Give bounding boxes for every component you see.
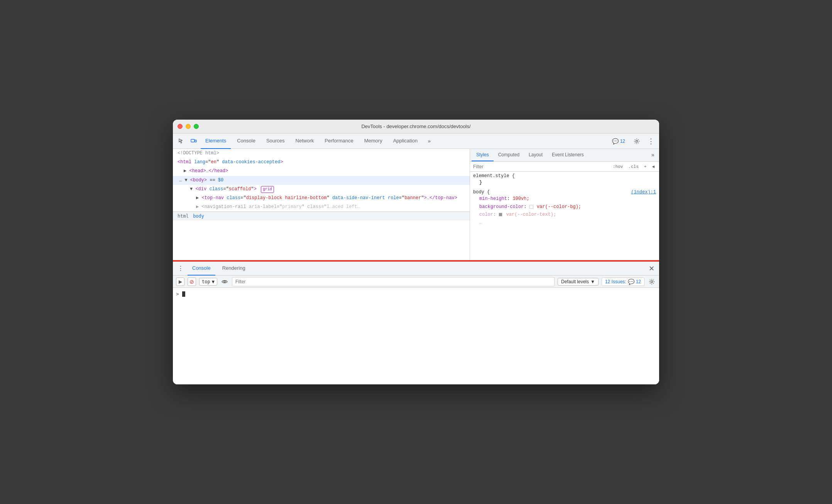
issues-count: 12 (620, 139, 625, 144)
svg-rect-1 (195, 140, 196, 142)
svg-rect-0 (191, 139, 194, 142)
styles-content: element.style { } body { (index):1 min-h… (470, 172, 659, 260)
html-head[interactable]: ▶ <head>…</head> (173, 167, 470, 176)
console-filter-input[interactable] (232, 277, 555, 286)
console-content: > (173, 288, 659, 384)
breadcrumb-body[interactable]: body (193, 213, 204, 219)
tab-elements[interactable]: Elements (201, 134, 231, 149)
settings-icon[interactable] (631, 136, 642, 147)
style-source-index[interactable]: (index):1 (631, 189, 656, 195)
minimize-button[interactable] (186, 124, 191, 129)
html-root[interactable]: <html lang="en" data-cookies-accepted> (173, 158, 470, 167)
default-levels-arrow-icon: ▼ (590, 279, 595, 284)
breadcrumb-bar: html body (173, 211, 470, 220)
console-toolbar: ⋮ Console Rendering ✕ (173, 262, 659, 276)
devtools-toolbar: Elements Console Sources Network Perform… (173, 134, 659, 149)
issues-icon: 💬 (612, 138, 619, 144)
tab-computed[interactable]: Computed (494, 149, 524, 161)
style-rule-element: element.style { } (473, 173, 656, 186)
tab-sources[interactable]: Sources (262, 134, 289, 149)
element-style-close: } (473, 179, 656, 186)
styles-more-tabs[interactable]: » (648, 151, 658, 160)
tab-styles[interactable]: Styles (472, 149, 494, 161)
tab-event-listeners[interactable]: Event Listeners (547, 149, 588, 161)
select-element-icon[interactable] (176, 136, 187, 147)
tab-console-active[interactable]: Console (188, 262, 215, 276)
tab-performance[interactable]: Performance (320, 134, 358, 149)
styles-filter-input[interactable] (473, 164, 608, 169)
prompt-arrow-icon: > (176, 291, 179, 297)
body-selector-line: body { (index):1 (473, 189, 656, 195)
console-close-icon[interactable]: ✕ (647, 264, 656, 273)
toolbar-right: 💬 12 ⋮ (609, 136, 656, 147)
hov-filter-btn[interactable]: :hov (611, 164, 624, 170)
styles-panel: Styles Computed Layout Event Listeners »… (470, 149, 659, 260)
style-min-height: min-height: 100vh; (473, 195, 656, 203)
elements-panel: <!DOCTYPE html> <html lang="en" data-coo… (173, 149, 470, 260)
tab-memory[interactable]: Memory (360, 134, 387, 149)
svg-point-4 (651, 281, 653, 282)
traffic-lights (178, 124, 199, 129)
element-style-selector: element.style { (473, 173, 656, 179)
style-color: color: var(--color-text); (473, 211, 656, 218)
window-title: DevTools - developer.chrome.com/docs/dev… (361, 123, 470, 129)
breadcrumb-html[interactable]: html (178, 213, 189, 219)
filter-actions: :hov .cls + ◀ (611, 163, 656, 170)
tab-rendering[interactable]: Rendering (218, 262, 250, 276)
devtools-main: <!DOCTYPE html> <html lang="en" data-coo… (173, 149, 659, 261)
issues-btn-count: 12 (636, 279, 641, 284)
cls-filter-btn[interactable]: .cls (627, 164, 640, 170)
svg-point-2 (636, 140, 638, 142)
tab-application[interactable]: Application (389, 134, 423, 149)
html-topnav[interactable]: ▶ <top-nav class="display-block hairline… (173, 194, 470, 203)
style-rule-body: body { (index):1 min-height: 100vh; back… (473, 189, 656, 227)
tab-network[interactable]: Network (291, 134, 319, 149)
html-navrail[interactable]: ▶ <navigation-rail aria-label="primary" … (173, 203, 470, 211)
console-panel: ⋮ Console Rendering ✕ ▶ ⊘ top ▼ Default … (173, 261, 659, 384)
toggle-sidebar-icon[interactable]: ◀ (650, 163, 656, 170)
issues-count-button[interactable]: 12 Issues: 💬 12 (602, 277, 644, 286)
default-levels-label: Default levels (561, 279, 589, 284)
svg-point-3 (224, 281, 225, 282)
style-bg-color: background-color: var(--color-bg); (473, 203, 656, 211)
top-label: top (202, 279, 210, 284)
styles-filter-bar: :hov .cls + ◀ (470, 162, 659, 172)
styles-tabs: Styles Computed Layout Event Listeners » (470, 149, 659, 162)
execute-icon[interactable]: ▶ (176, 277, 184, 286)
html-body[interactable]: … ▼ <body> == $0 (173, 176, 470, 185)
console-menu-icon[interactable]: ⋮ (176, 264, 185, 273)
eye-icon[interactable] (220, 277, 229, 286)
style-rule-body-close: … (473, 219, 656, 227)
bg-color-swatch[interactable] (529, 205, 533, 209)
prompt-cursor[interactable] (182, 291, 185, 297)
title-bar: DevTools - developer.chrome.com/docs/dev… (173, 120, 659, 134)
tab-layout[interactable]: Layout (524, 149, 547, 161)
dropdown-arrow-icon: ▼ (212, 279, 215, 284)
console-settings-icon[interactable] (648, 277, 656, 286)
tab-console[interactable]: Console (232, 134, 260, 149)
device-toolbar-icon[interactable] (188, 136, 199, 147)
devtools-window: DevTools - developer.chrome.com/docs/dev… (173, 120, 659, 384)
close-button[interactable] (178, 124, 183, 129)
html-doctype: <!DOCTYPE html> (173, 149, 470, 158)
block-icon[interactable]: ⊘ (188, 277, 196, 286)
issues-count-label: 12 Issues: (605, 279, 626, 284)
context-selector[interactable]: top ▼ (199, 278, 217, 286)
add-style-btn[interactable]: + (643, 164, 648, 170)
console-prompt-line: > (176, 289, 656, 298)
console-input-bar: ▶ ⊘ top ▼ Default levels ▼ 12 Issues: 💬 (173, 276, 659, 288)
text-color-swatch[interactable] (499, 213, 502, 216)
issues-btn-icon: 💬 (628, 279, 634, 285)
maximize-button[interactable] (194, 124, 199, 129)
default-levels-button[interactable]: Default levels ▼ (558, 278, 599, 286)
more-tabs-icon[interactable]: » (424, 136, 435, 147)
more-options-icon[interactable]: ⋮ (645, 136, 656, 147)
html-scaffold[interactable]: ▼ <div class="scaffold"> grid (173, 185, 470, 194)
issues-badge[interactable]: 💬 12 (609, 137, 628, 145)
